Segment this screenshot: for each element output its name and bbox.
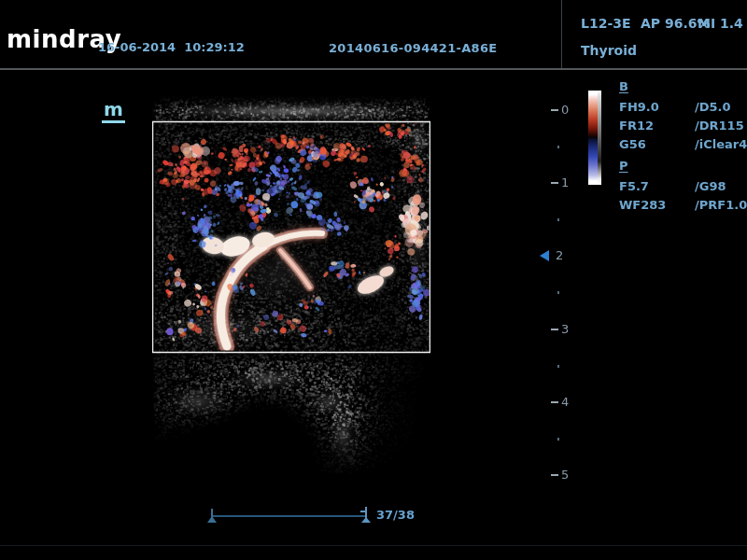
param-b-depth: /D5.0 — [695, 100, 731, 114]
cine-position-handle-foot[interactable] — [361, 517, 371, 523]
param-b-framerate: FR12 — [619, 119, 654, 133]
param-p-freq: F5.7 — [619, 179, 649, 193]
depth-minor-tick — [557, 365, 559, 368]
param-b-freq: FH9.0 — [619, 100, 659, 114]
colorbar-velocity-scale — [588, 91, 598, 185]
orientation-marker-icon: m — [102, 100, 125, 123]
ultrasound-image — [0, 0, 747, 560]
tick-dash — [551, 401, 558, 403]
depth-label: 0 — [561, 104, 569, 117]
cine-position-handle-flag[interactable] — [360, 511, 365, 512]
power-mode-header: P — [619, 159, 628, 173]
depth-tick-5: 5 — [551, 468, 583, 483]
datetime-label: 16-06-2014 10:29:12 — [98, 40, 245, 54]
depth-minor-tick — [557, 146, 559, 148]
depth-label: 4 — [561, 396, 569, 409]
depth-label: 5 — [561, 469, 569, 482]
tick-dash — [551, 474, 558, 476]
depth-label: 2 — [556, 249, 563, 262]
probe-label: L12-3E — [581, 16, 631, 31]
depth-label: 3 — [561, 323, 569, 336]
depth-label: 1 — [561, 176, 569, 189]
frame-counter: 37/38 — [376, 508, 415, 522]
cine-start-marker-foot[interactable] — [207, 516, 217, 523]
exam-id-label: 20140616-094421-A86E — [329, 41, 497, 55]
tick-dash — [551, 329, 558, 330]
param-p-prf: /PRF1.0k — [695, 198, 747, 212]
b-mode-header: B — [619, 79, 628, 93]
param-b-gain: G56 — [619, 137, 646, 151]
colorbar-gray-scale — [598, 91, 601, 185]
tick-dash — [551, 109, 558, 111]
depth-tick-3: 3 — [551, 322, 583, 337]
ultrasound-screen: mindray 16-06-2014 10:29:12 20140616-094… — [0, 0, 747, 560]
header-divider — [0, 68, 747, 70]
exam-preset-label: Thyroid — [581, 43, 637, 58]
footer-divider — [0, 545, 747, 546]
focus-marker-icon — [540, 250, 549, 261]
param-b-dynrange: /DR115 — [695, 119, 744, 133]
depth-minor-tick — [557, 438, 559, 441]
depth-tick-4: 4 — [551, 395, 583, 410]
tick-dash — [551, 182, 558, 184]
header-vertical-divider — [561, 0, 562, 68]
doppler-colorbar — [588, 91, 601, 185]
param-b-iclear: /iClear4 — [695, 137, 747, 151]
param-p-wallfilter: WF283 — [619, 198, 666, 212]
param-p-gain: /G98 — [695, 179, 726, 193]
depth-minor-tick — [557, 218, 559, 221]
depth-tick-1: 1 — [551, 175, 583, 190]
cine-scrubber-track[interactable] — [212, 515, 365, 517]
depth-tick-2: 2 — [551, 248, 583, 263]
depth-tick-0: 0 — [551, 103, 583, 118]
depth-minor-tick — [557, 291, 559, 294]
mechanical-index-label: MI 1.4 — [698, 16, 743, 31]
